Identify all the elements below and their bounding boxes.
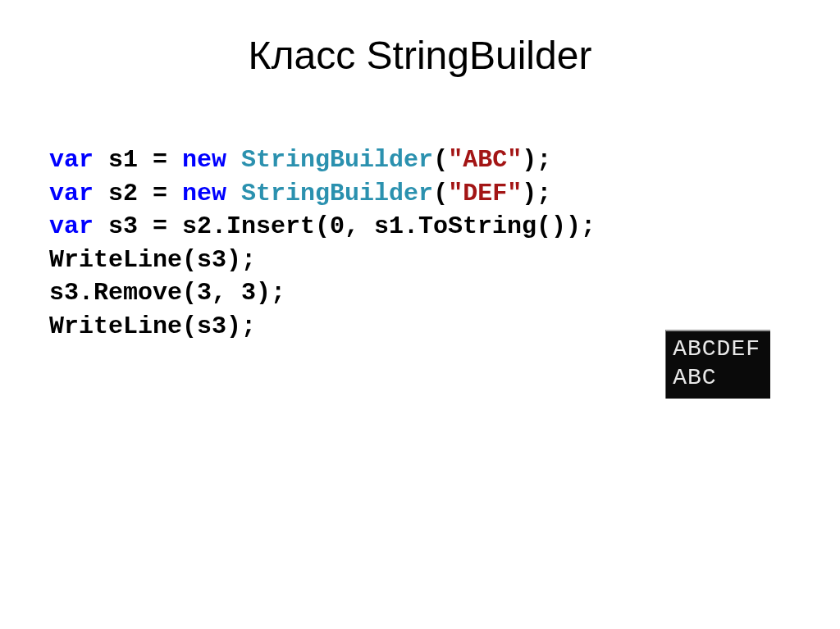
slide-title: Класс StringBuilder — [49, 33, 791, 78]
code-line-4: WriteLine(s3); — [49, 244, 791, 277]
code-line-5: s3.Remove(3, 3); — [49, 276, 791, 310]
keyword-new: new — [182, 146, 226, 174]
code-text: s1 = — [94, 146, 182, 174]
code-line-3: var s3 = s2.Insert(0, s1.ToString()); — [49, 210, 791, 244]
keyword-var: var — [49, 146, 94, 174]
code-line-1: var s1 = new StringBuilder("ABC"); — [49, 144, 791, 177]
code-text: ); — [522, 180, 551, 207]
keyword-var: var — [49, 180, 94, 207]
type-name: StringBuilder — [241, 146, 433, 174]
code-text: ); — [522, 146, 551, 174]
output-line-1: ABCDEF — [673, 335, 760, 363]
type-name: StringBuilder — [241, 180, 433, 207]
string-literal: "ABC" — [448, 146, 522, 174]
output-line-2: ABC — [673, 363, 760, 392]
code-text — [226, 180, 241, 207]
keyword-var: var — [49, 212, 94, 240]
code-text: s2 = — [94, 180, 182, 207]
string-literal: "DEF" — [448, 180, 522, 207]
code-line-2: var s2 = new StringBuilder("DEF"); — [49, 177, 791, 211]
code-text: s3 = s2.Insert(0, s1.ToString()); — [94, 212, 596, 240]
console-output: ABCDEF ABC — [665, 330, 770, 399]
code-block: var s1 = new StringBuilder("ABC"); var s… — [49, 144, 791, 343]
keyword-new: new — [182, 180, 226, 207]
code-text: ( — [433, 146, 448, 174]
code-text: ( — [433, 180, 448, 207]
code-text — [226, 146, 241, 174]
slide-container: Класс StringBuilder var s1 = new StringB… — [0, 0, 840, 629]
